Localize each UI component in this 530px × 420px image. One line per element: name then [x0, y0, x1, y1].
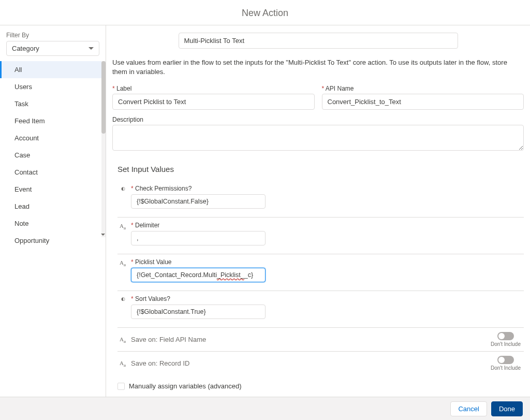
done-button[interactable]: Done: [491, 401, 523, 416]
label-api-row: * Label * API Name: [112, 85, 524, 110]
sidebar-item-feed-item[interactable]: Feed Item: [0, 112, 106, 129]
api-name-input[interactable]: [322, 94, 524, 110]
sidebar-item-account[interactable]: Account: [0, 129, 106, 147]
toggle-record-id-label: Save on: Record ID: [131, 359, 189, 367]
text-icon: Aa: [117, 359, 128, 368]
record-id-toggle-state: Don't Include: [491, 365, 521, 371]
boolean-icon: ◐: [117, 185, 128, 191]
toggle-record-id: Aa Save on: Record ID Don't Include: [117, 352, 524, 375]
delimiter-input[interactable]: [131, 231, 266, 245]
content-wrapper: Filter By Category All Users Task Feed I…: [0, 25, 530, 397]
input-sort-values: ◐ * Sort Values?: [117, 291, 524, 328]
field-api-toggle-state: Don't Include: [491, 341, 521, 347]
boolean-icon: ◐: [117, 295, 128, 301]
category-select[interactable]: Category: [6, 41, 99, 56]
sidebar-item-case[interactable]: Case: [0, 147, 106, 164]
guidance-text: Use values from earlier in the flow to s…: [112, 58, 524, 77]
sidebar-item-task[interactable]: Task: [0, 95, 106, 112]
advanced-checkbox-row: Manually assign variables (advanced): [117, 382, 524, 390]
sidebar-item-event[interactable]: Event: [0, 181, 106, 198]
toggle-field-api-label: Save on: Field API Name: [131, 336, 206, 343]
action-search-input[interactable]: Multi-Picklist To Text: [179, 33, 458, 49]
toggle-field-api-name: Aa Save on: Field API Name Don't Include: [117, 328, 524, 352]
modal-header: New Action: [0, 0, 530, 25]
manually-assign-label: Manually assign variables (advanced): [129, 382, 242, 390]
record-id-toggle[interactable]: [497, 356, 514, 364]
filter-by-label: Filter By: [0, 32, 106, 41]
text-icon: Aa: [117, 222, 128, 230]
category-select-value: Category: [12, 45, 39, 52]
description-label: Description: [112, 116, 524, 123]
text-icon: Aa: [117, 335, 128, 344]
modal-title: New Action: [0, 8, 530, 19]
chevron-down-icon: [89, 47, 94, 50]
main-panel: Multi-Picklist To Text Use values from e…: [106, 25, 530, 397]
sort-values-input[interactable]: [131, 305, 266, 319]
cancel-button[interactable]: Cancel: [450, 401, 487, 416]
sidebar-item-opportunity[interactable]: Opportunity: [0, 232, 106, 249]
input-delimiter: Aa * Delimiter: [117, 218, 524, 254]
check-permissions-input[interactable]: [131, 194, 266, 209]
manually-assign-checkbox[interactable]: [117, 383, 125, 390]
sidebar-item-lead[interactable]: Lead: [0, 198, 106, 215]
sidebar-item-all[interactable]: All: [0, 61, 106, 78]
sidebar-item-users[interactable]: Users: [0, 78, 106, 95]
sidebar: Filter By Category All Users Task Feed I…: [0, 25, 106, 397]
input-check-permissions: ◐ * Check Permissions?: [117, 181, 524, 218]
field-api-toggle[interactable]: [497, 332, 514, 340]
category-list: All Users Task Feed Item Account Case Co…: [0, 61, 106, 237]
text-icon: Aa: [117, 258, 128, 267]
input-picklist-value: Aa * Picklist Value {!Get_Contact_Record…: [117, 254, 524, 291]
scroll-down-icon[interactable]: [100, 232, 106, 237]
api-name-field-label: * API Name: [322, 85, 524, 92]
description-textarea[interactable]: [112, 125, 524, 151]
label-input[interactable]: [112, 94, 315, 110]
scrollbar-thumb[interactable]: [101, 61, 106, 134]
picklist-value-input[interactable]: {!Get_Contact_Record.Multi_Picklist__c}: [131, 268, 266, 282]
set-input-values-heading: Set Input Values: [117, 165, 524, 173]
sidebar-item-contact[interactable]: Contact: [0, 164, 106, 181]
modal-footer: Cancel Done: [0, 397, 530, 420]
label-field-label: * Label: [112, 85, 315, 92]
sidebar-item-note[interactable]: Note: [0, 215, 106, 232]
